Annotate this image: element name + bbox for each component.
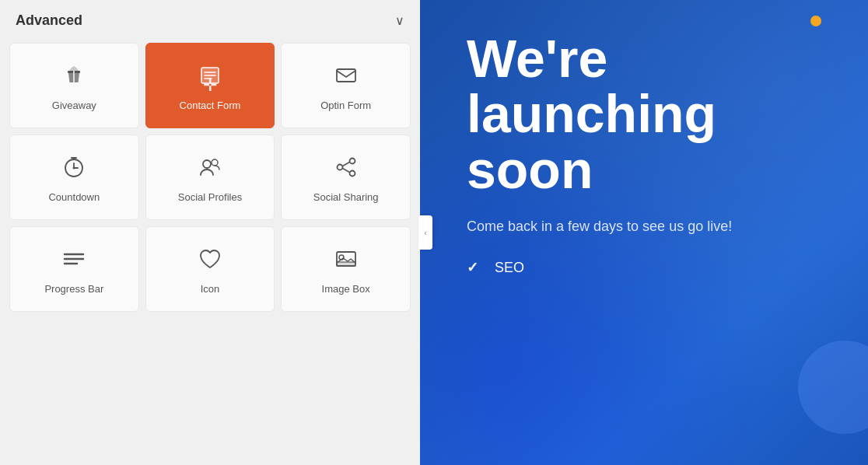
hero-subtitle: Come back in a few days to see us go liv… [467, 216, 762, 237]
svg-point-12 [73, 167, 75, 170]
contact-form-label: Contact Form [180, 100, 241, 111]
svg-line-18 [342, 163, 349, 166]
panel-title: Advanced [16, 12, 82, 29]
icon-widget-icon [198, 246, 222, 275]
widget-social-sharing[interactable]: Social Sharing [281, 135, 411, 220]
icon-label: Icon [201, 283, 220, 295]
collapse-panel-button[interactable]: ‹ [418, 215, 432, 250]
optin-form-icon [334, 63, 359, 92]
social-profiles-icon [198, 155, 222, 184]
decoration-circle [798, 341, 868, 434]
svg-point-17 [349, 171, 355, 177]
social-profiles-label: Social Profiles [178, 191, 242, 203]
widget-icon[interactable]: Icon [145, 226, 275, 312]
svg-line-19 [342, 169, 349, 173]
giveaway-icon [61, 63, 86, 92]
widget-optin-form[interactable]: Optin Form [281, 43, 411, 128]
optin-form-label: Optin Form [320, 100, 371, 111]
countdown-icon [61, 155, 86, 184]
widget-grid: Giveaway ✛ Contact Form [0, 40, 420, 318]
progress-bar-icon [61, 246, 86, 275]
feature-label-seo: SEO [495, 260, 524, 276]
chevron-down-icon[interactable]: ∨ [395, 13, 404, 28]
contact-form-icon [198, 63, 222, 92]
widget-contact-form[interactable]: ✛ Contact Form [145, 43, 275, 128]
widget-image-box[interactable]: Image Box [281, 226, 411, 312]
svg-point-15 [349, 159, 355, 164]
preview-panel: We're launching soon Come back in a few … [420, 0, 868, 465]
decoration-dot [810, 16, 821, 26]
countdown-label: Countdown [48, 191, 100, 203]
widget-social-profiles[interactable]: Social Profiles [145, 135, 275, 220]
widget-progress-bar[interactable]: Progress Bar [9, 226, 139, 312]
feature-list: ✓ SEO [467, 259, 829, 276]
svg-point-16 [337, 165, 342, 170]
svg-point-13 [203, 160, 211, 168]
svg-rect-6 [337, 69, 355, 82]
widget-panel: Advanced ∨ Giveaway [0, 0, 420, 465]
image-box-label: Image Box [322, 283, 370, 295]
progress-bar-label: Progress Bar [44, 283, 103, 295]
feature-item-seo: ✓ SEO [467, 259, 829, 276]
widget-countdown[interactable]: Countdown [9, 135, 139, 220]
check-icon: ✓ [467, 259, 484, 276]
panel-header: Advanced ∨ [0, 0, 420, 40]
social-sharing-label: Social Sharing [313, 191, 379, 203]
svg-point-14 [212, 159, 218, 166]
widget-giveaway[interactable]: Giveaway [9, 43, 139, 128]
svg-rect-24 [337, 262, 355, 266]
social-sharing-icon [334, 155, 359, 184]
image-box-icon [334, 246, 359, 275]
hero-title: We're launching soon [467, 31, 829, 198]
giveaway-label: Giveaway [52, 100, 96, 111]
